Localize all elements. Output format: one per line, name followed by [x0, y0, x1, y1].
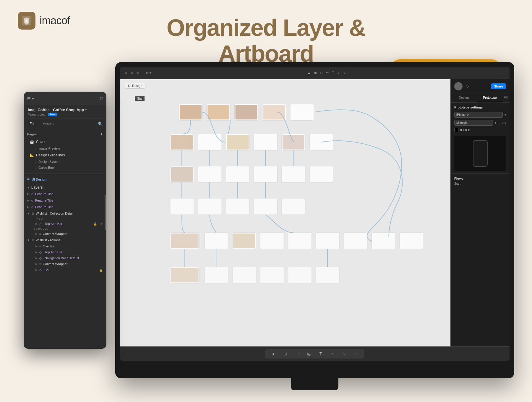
- layer-feature-3[interactable]: ▶ ◇ Feature Title: [24, 204, 106, 210]
- page-design-guidelines[interactable]: 📐 Design Guidelines: [27, 151, 103, 159]
- svg-rect-16: [227, 135, 249, 149]
- svg-rect-19: [283, 135, 304, 149]
- figma-canvas[interactable]: UI Design Start □: [120, 79, 450, 346]
- bottom-tool-pen[interactable]: ~: [353, 350, 360, 357]
- svg-rect-6: [207, 105, 229, 119]
- toolbar-dot-3: [137, 72, 139, 74]
- toolbar-more[interactable]: ···: [502, 71, 505, 75]
- lock-icon-2: 🔒: [99, 268, 103, 272]
- main-heading: Organized Layer & Artboard: [133, 15, 399, 67]
- share-button[interactable]: Share: [491, 83, 506, 89]
- user-avatar: [454, 82, 463, 90]
- svg-rect-39: [288, 233, 312, 249]
- frame-icon[interactable]: □: [100, 96, 103, 101]
- svg-rect-28: [170, 198, 194, 215]
- monitor-stand: [291, 375, 338, 390]
- tool-frame[interactable]: ⊞: [314, 71, 317, 75]
- layer-top-app-bar-fixed[interactable]: ▶ ◇ Top App Bar 🔒 👁: [24, 221, 106, 227]
- bottom-tool-cursor[interactable]: ▲: [270, 350, 277, 357]
- zoom-level: 6%: [503, 93, 510, 102]
- svg-rect-34: [171, 234, 199, 248]
- svg-rect-50: [316, 267, 340, 283]
- tab-design[interactable]: Design: [451, 93, 477, 102]
- device-row: iPhone 14 ▾: [451, 111, 510, 119]
- layer-feature-2[interactable]: ▶ ◇ Feature Title: [24, 197, 106, 204]
- theme-select[interactable]: Midnight: [454, 120, 493, 126]
- layer-top-app-bar-actions[interactable]: ▶ ◇ Top App Bar: [24, 249, 106, 255]
- page-cover[interactable]: ☕ Cover: [27, 138, 103, 145]
- svg-rect-46: [205, 267, 228, 283]
- toolbar-dot-1: [125, 72, 127, 74]
- theme-row: Midnight ▾ □ ▭: [451, 119, 510, 127]
- tab-prototype[interactable]: Prototype: [477, 93, 503, 102]
- grid-icon[interactable]: ⊞ ▾: [27, 96, 34, 101]
- tool-component[interactable]: ⁘: [343, 71, 346, 75]
- monitor: ⊞ ▾ ▲ ⊞ □ ✏ T ○ ⁘ ··· UI Design: [115, 62, 514, 378]
- phone-scrollbar[interactable]: [105, 194, 106, 230]
- layers-header: ▼ Layers: [24, 184, 106, 191]
- layer-overlay[interactable]: ▶ ≡ Overlay: [24, 243, 106, 249]
- assets-tab[interactable]: Assets: [40, 121, 56, 127]
- svg-rect-8: [235, 105, 257, 119]
- layer-content-wrapper-1[interactable]: ▶ ≡ Content Wrapper: [24, 231, 106, 237]
- header: imacof: [18, 12, 70, 30]
- pages-add-button[interactable]: +: [100, 132, 103, 137]
- bottom-tool-mask[interactable]: ◎: [305, 350, 312, 357]
- layers-caret: ▼: [27, 186, 30, 189]
- layer-wishlist-actions[interactable]: ▼ ⊞ Wishlist - Actions: [24, 237, 106, 243]
- logo-icon: [18, 12, 35, 30]
- bottom-tool-component[interactable]: ⁘: [341, 350, 348, 357]
- phone-top-bar: ⊞ ▾ □: [24, 92, 106, 105]
- page-guide-book[interactable]: ↳ Guide Book: [27, 165, 103, 171]
- fixed-label: FIXED: [24, 217, 106, 221]
- layer-content-wrapper-2[interactable]: ▶ ≡ Content Wrapper: [24, 261, 106, 267]
- svg-rect-29: [198, 198, 222, 215]
- svg-rect-23: [198, 166, 222, 182]
- svg-rect-2: [145, 95, 436, 344]
- layer-bottom[interactable]: ▶ ◇ Bo... 🔒: [24, 267, 106, 273]
- pages-section: Pages + ☕ Cover ↳ Image Preview 📐 Design…: [24, 129, 106, 172]
- device-caret: ▾: [505, 113, 506, 116]
- device-select[interactable]: iPhone 14: [454, 112, 503, 118]
- svg-rect-24: [226, 166, 250, 182]
- bg-color-swatch[interactable]: [454, 128, 458, 132]
- bottom-tool-frame[interactable]: ⊞: [282, 350, 289, 357]
- svg-rect-17: [254, 134, 278, 150]
- svg-rect-27: [309, 166, 333, 182]
- play-icon[interactable]: ▷: [466, 84, 469, 89]
- tool-move[interactable]: ▲: [307, 71, 311, 75]
- lock-icon-1: 🔒: [93, 222, 97, 226]
- svg-rect-22: [171, 167, 193, 181]
- tool-circle[interactable]: ○: [338, 71, 340, 75]
- svg-rect-13: [171, 135, 193, 149]
- pages-header: Pages +: [27, 132, 103, 137]
- svg-rect-32: [282, 198, 305, 215]
- layer-wishlist-collection[interactable]: ▼ ⊞ Wishlist - Collection Detail: [24, 210, 106, 217]
- tool-pen[interactable]: ✏: [326, 71, 329, 75]
- svg-rect-42: [372, 233, 395, 249]
- svg-rect-25: [254, 166, 278, 182]
- tool-text[interactable]: T: [332, 71, 334, 75]
- layer-feature-1[interactable]: ▶ ◇ Feature Title: [24, 191, 106, 197]
- page-image-preview[interactable]: ↳ Image Preview: [27, 145, 103, 151]
- layers-section: ▼ Layers ▶ ◇ Feature Title ▶ ◇ Feature T…: [24, 183, 106, 274]
- eye-icon-1: 👁: [100, 222, 103, 226]
- phone-project-bar: Imaji Coffee - Coffee Shop App ▾ Team pr…: [24, 105, 106, 119]
- tool-shape[interactable]: □: [320, 71, 322, 75]
- layer-nav-bar-default[interactable]: ▶ ◇ Navigation Bar / Default: [24, 255, 106, 261]
- ui-design-section-label: ✏ UI Design: [24, 176, 106, 183]
- svg-rect-26: [282, 166, 305, 182]
- bottom-tool-text[interactable]: T: [317, 350, 324, 357]
- project-name: Imaji Coffee - Coffee Shop App ▾: [28, 108, 102, 112]
- svg-rect-14: [198, 134, 222, 150]
- bottom-tool-rect[interactable]: □: [293, 350, 301, 357]
- flows-start: Start: [454, 182, 506, 185]
- file-tab[interactable]: File: [27, 121, 38, 127]
- svg-rect-10: [263, 105, 285, 119]
- bottom-tool-ellipse[interactable]: ○: [329, 350, 336, 357]
- page-design-system[interactable]: ↳ Design System: [27, 159, 103, 165]
- search-icon[interactable]: 🔍: [98, 121, 103, 126]
- svg-rect-43: [400, 233, 423, 249]
- toolbar-tools-group: ▲ ⊞ □ ◎ T ○ ⁘ ~: [265, 349, 364, 359]
- svg-rect-41: [344, 233, 367, 249]
